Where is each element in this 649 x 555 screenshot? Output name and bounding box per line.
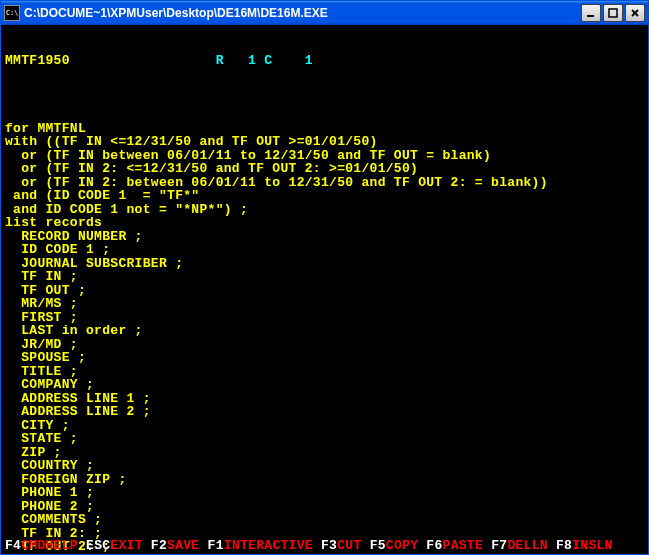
fkey-label: INSLN [572,538,613,553]
cmd-icon: C:\ [4,5,20,21]
code-line: COUNTRY ; [5,459,644,473]
code-line: and ID CODE 1 not = "*NP*") ; [5,203,644,217]
code-line: PHONE 2 ; [5,500,644,514]
fkey-label: INTERACTIVE [224,538,313,553]
code-line: JOURNAL SUBSCRIBER ; [5,257,644,271]
code-line: ZIP ; [5,446,644,460]
close-button[interactable] [625,4,645,22]
code-line: PHONE 1 ; [5,486,644,500]
code-line: TITLE ; [5,365,644,379]
minimize-button[interactable] [581,4,601,22]
code-line [5,108,644,122]
code-line [5,95,644,109]
code-line: SPOUSE ; [5,351,644,365]
col-value: 1 [305,53,313,68]
fkey-key[interactable]: F4 [5,538,21,553]
code-line: or (TF IN 2: <=12/31/50 and TF OUT 2: >=… [5,162,644,176]
fkey-key[interactable]: F2 [151,538,167,553]
code-line: STATE ; [5,432,644,446]
fkeys-row: F4CMDHELP ESCEXIT F2SAVE F1INTERACTIVE F… [5,539,644,553]
row-value: 1 [248,53,256,68]
app-window: C:\ C:\DOCUME~1\XPMUser\Desktop\DE16M\DE… [0,0,649,555]
code-line: FOREIGN ZIP ; [5,473,644,487]
code-line: with ((TF IN <=12/31/50 and TF OUT >=01/… [5,135,644,149]
code-line: ID CODE 1 ; [5,243,644,257]
code-line: and (ID CODE 1 = "TF*" [5,189,644,203]
terminal-area[interactable]: MMTF1950 R 1 C 1 for MMTFNLwith ((TF IN … [1,25,648,554]
code-line: MR/MS ; [5,297,644,311]
code-line: FIRST ; [5,311,644,325]
code-line: CITY ; [5,419,644,433]
titlebar[interactable]: C:\ C:\DOCUME~1\XPMUser\Desktop\DE16M\DE… [1,1,648,25]
fkey-key[interactable]: F7 [491,538,507,553]
code-line: JR/MD ; [5,338,644,352]
code-line: ADDRESS LINE 2 ; [5,405,644,419]
fkey-label: CUT [337,538,361,553]
status-name: MMTF1950 [5,53,70,68]
svg-rect-0 [587,15,594,17]
fkey-label: CMDHELP [21,538,78,553]
fkey-key[interactable]: F5 [370,538,386,553]
svg-rect-1 [609,9,617,17]
fkey-key[interactable]: F1 [208,538,224,553]
fkey-key[interactable]: F3 [321,538,337,553]
fkey-key[interactable]: F8 [556,538,572,553]
code-line: or (TF IN between 06/01/11 to 12/31/50 a… [5,149,644,163]
fkey-label: SAVE [167,538,199,553]
status-row: MMTF1950 R 1 C 1 [5,54,644,68]
code-line: COMPANY ; [5,378,644,392]
code-line: for MMTFNL [5,122,644,136]
fkey-key[interactable]: F6 [426,538,442,553]
code-line: COMMENTS ; [5,513,644,527]
fkey-label: DELLN [507,538,548,553]
code-line: TF IN ; [5,270,644,284]
fkey-label: EXIT [110,538,142,553]
code-line: or (TF IN 2: between 06/01/11 to 12/31/5… [5,176,644,190]
code-line: TF OUT ; [5,284,644,298]
window-title: C:\DOCUME~1\XPMUser\Desktop\DE16M\DE16M.… [24,6,581,20]
fkey-label: COPY [386,538,418,553]
code-line: COCOUNTRY ; [5,554,644,555]
code-body: for MMTFNLwith ((TF IN <=12/31/50 and TF… [5,95,644,555]
maximize-button[interactable] [603,4,623,22]
fkey-label: PASTE [443,538,484,553]
code-line: LAST in order ; [5,324,644,338]
code-line: list records [5,216,644,230]
window-controls [581,4,645,22]
code-line: RECORD NUMBER ; [5,230,644,244]
fkey-key[interactable]: ESC [86,538,110,553]
code-line: ADDRESS LINE 1 ; [5,392,644,406]
row-label: R [216,53,224,68]
